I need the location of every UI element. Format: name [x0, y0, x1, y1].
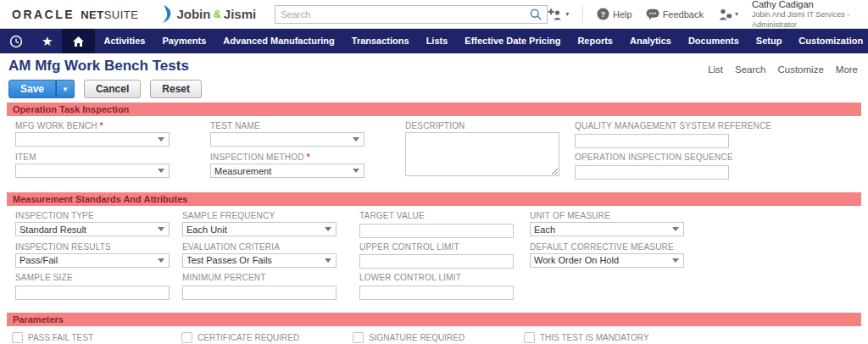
roles-icon — [717, 8, 732, 20]
field-certificate-required: CERTIFICATE REQUIRED — [181, 332, 353, 343]
svg-text:?: ? — [601, 9, 606, 19]
minimum-percent-input[interactable] — [182, 286, 337, 300]
mfg-work-bench-select[interactable] — [15, 132, 170, 147]
nav-item-transactions[interactable]: Transactions — [343, 29, 418, 53]
save-dropdown-button[interactable]: ▼ — [56, 80, 75, 98]
user-role: Jobin And Jismi IT Services - Administra… — [752, 9, 860, 30]
upper-control-limit-input[interactable] — [359, 254, 514, 269]
sample-frequency-label: SAMPLE FREQUENCY — [182, 211, 275, 220]
sample-size-input[interactable] — [15, 286, 170, 300]
field-qms-reference: QUALITY MANAGEMENT SYSTEM REFERENCE — [575, 121, 868, 148]
qms-reference-input[interactable] — [575, 134, 729, 148]
jobin-jismi-logo: Jobin & Jismi — [162, 5, 256, 23]
inspection-results-value: Pass/Fail — [19, 255, 58, 265]
page-head: AM Mfg Work Bench Tests List Search Cust… — [8, 58, 858, 75]
oracle-logo-text: ORACLE — [12, 8, 75, 21]
topbar-divider — [582, 5, 583, 24]
reset-button[interactable]: Reset — [150, 80, 202, 98]
feedback-button[interactable]: Feedback — [646, 8, 704, 20]
chevron-down-icon — [353, 169, 359, 173]
page-link-search[interactable]: Search — [735, 64, 765, 75]
action-row: Save ▼ Cancel Reset — [8, 80, 868, 98]
nav-item-analytics[interactable]: Analytics — [621, 29, 680, 53]
field-mfg-work-bench: MFG WORK BENCH * — [15, 121, 210, 148]
field-description: DESCRIPTION — [405, 121, 575, 180]
chevron-down-icon — [672, 227, 679, 231]
nav-item-documents[interactable]: Documents — [680, 29, 748, 53]
partner-ampersand: & — [213, 8, 220, 20]
operation-inspection-sequence-input[interactable] — [575, 165, 729, 180]
required-asterisk: * — [100, 121, 103, 130]
evaluation-criteria-select[interactable]: Test Passes Or Fails — [182, 253, 337, 268]
global-search[interactable] — [275, 5, 548, 24]
home-icon[interactable] — [62, 29, 95, 53]
test-name-select[interactable] — [210, 132, 364, 147]
empty-cell — [530, 273, 868, 300]
pass-fail-test-checkbox[interactable] — [12, 332, 23, 343]
inspection-results-select[interactable]: Pass/Fail — [15, 253, 170, 268]
unit-of-measure-select[interactable]: Each — [530, 222, 684, 236]
nav-item-payments[interactable]: Payments — [153, 29, 214, 53]
signature-required-checkbox[interactable] — [353, 332, 364, 343]
feedback-label: Feedback — [663, 9, 704, 19]
page-link-list[interactable]: List — [708, 64, 723, 75]
chevron-down-icon — [158, 258, 164, 263]
section-header-operation-task-inspection: Operation Task Inspection — [7, 103, 861, 116]
description-textarea[interactable] — [405, 132, 559, 176]
nav-item-advanced-manufacturing[interactable]: Advanced Manufacturing — [214, 29, 342, 53]
operation-inspection-sequence-label: OPERATION INSPECTION SEQUENCE — [575, 153, 733, 162]
target-value-input[interactable] — [359, 224, 514, 238]
jobin-jismi-swoosh-icon — [162, 5, 173, 23]
section-body-operation-task-inspection: MFG WORK BENCH * TEST NAME DESCRIPTION Q… — [0, 116, 868, 189]
signature-required-label: SIGNATURE REQUIRED — [369, 333, 465, 342]
search-icon[interactable] — [530, 8, 547, 20]
default-corrective-measure-select[interactable]: Work Order On Hold — [530, 253, 684, 268]
pass-fail-test-label: PASS FAIL TEST — [28, 333, 93, 342]
lower-control-limit-label: LOWER CONTROL LIMIT — [359, 273, 461, 282]
field-test-name: TEST NAME — [210, 121, 405, 148]
page-link-customize[interactable]: Customize — [777, 64, 823, 75]
netsuite-logo-text-bold: NET — [81, 8, 104, 21]
item-select[interactable] — [15, 164, 170, 178]
field-signature-required: SIGNATURE REQUIRED — [353, 332, 524, 343]
main-nav: ★ Activities Payments Advanced Manufactu… — [0, 29, 868, 53]
save-split-button: Save ▼ — [8, 80, 75, 98]
required-asterisk: * — [307, 153, 310, 162]
create-new-button[interactable]: ▾ — [548, 8, 569, 20]
nav-item-activities[interactable]: Activities — [95, 29, 153, 53]
field-minimum-percent: MINIMUM PERCENT — [182, 273, 359, 300]
shortcuts-icon[interactable]: ★ — [32, 29, 62, 53]
roles-menu-button[interactable]: ▾ — [717, 8, 738, 20]
field-target-value: TARGET VALUE — [359, 211, 530, 238]
nav-item-lists[interactable]: Lists — [418, 29, 457, 53]
nav-item-reports[interactable]: Reports — [569, 29, 621, 53]
help-button[interactable]: ? Help — [597, 8, 632, 20]
field-sample-frequency: SAMPLE FREQUENCY Each Unit — [182, 211, 359, 238]
page-link-more[interactable]: More — [836, 64, 858, 75]
lower-control-limit-input[interactable] — [359, 286, 514, 300]
field-upper-control-limit: UPPER CONTROL LIMIT — [359, 242, 530, 269]
recent-records-icon[interactable] — [0, 29, 32, 53]
cancel-button[interactable]: Cancel — [84, 80, 141, 98]
search-input[interactable] — [275, 9, 530, 19]
save-button[interactable]: Save — [8, 80, 56, 98]
field-evaluation-criteria: EVALUATION CRITERIA Test Passes Or Fails — [182, 242, 359, 269]
chevron-down-icon — [325, 227, 331, 231]
this-test-is-mandatory-checkbox[interactable] — [524, 332, 535, 343]
certificate-required-checkbox[interactable] — [181, 332, 192, 343]
this-test-is-mandatory-label: THIS TEST IS MANDATORY — [540, 333, 649, 342]
nav-item-customization[interactable]: Customization — [790, 29, 868, 53]
inspection-results-label: INSPECTION RESULTS — [15, 242, 111, 252]
inspection-method-select[interactable]: Measurement — [210, 164, 364, 178]
feedback-icon — [646, 8, 659, 20]
inspection-type-select[interactable]: Standard Result — [15, 222, 170, 236]
nav-item-setup[interactable]: Setup — [748, 29, 791, 53]
field-unit-of-measure: UNIT OF MEASURE Each — [530, 211, 868, 238]
nav-item-effective-date-pricing[interactable]: Effective Date Pricing — [456, 29, 569, 53]
inspection-type-label: INSPECTION TYPE — [15, 211, 94, 220]
section-body-measurement-standards: INSPECTION TYPE Standard Result SAMPLE F… — [0, 206, 868, 309]
field-item: ITEM — [15, 153, 210, 180]
user-info[interactable]: Cathy Cadigan Jobin And Jismi IT Service… — [752, 0, 860, 30]
unit-of-measure-value: Each — [534, 225, 555, 235]
sample-frequency-select[interactable]: Each Unit — [182, 222, 337, 236]
